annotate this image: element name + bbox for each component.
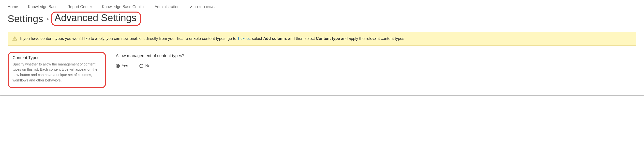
radio-yes[interactable]: Yes (116, 64, 128, 68)
notice-part-mid1: , select (250, 36, 263, 41)
nav-kb-copilot[interactable]: Knowledge Base Copilot (102, 5, 144, 9)
page-title: Advanced Settings (54, 12, 137, 23)
breadcrumb-root[interactable]: Settings (8, 13, 43, 24)
warning-icon (12, 36, 17, 41)
nav-report-center[interactable]: Report Center (68, 5, 92, 9)
radio-group: Yes No (116, 64, 184, 68)
nav-home[interactable]: Home (8, 5, 18, 9)
notice-part-pre: If you have content types you would like… (20, 36, 237, 41)
section-title: Content Types (12, 55, 101, 60)
edit-links-button[interactable]: EDIT LINKS (189, 5, 215, 9)
radio-no[interactable]: No (140, 64, 150, 68)
top-nav: Home Knowledge Base Report Center Knowle… (8, 5, 636, 9)
notice-bold-contenttype: Content type (316, 36, 340, 41)
settings-row: Content Types Specify whether to allow t… (8, 52, 636, 88)
radio-icon (116, 64, 120, 68)
svg-point-1 (14, 39, 15, 40)
section-content-types: Content Types Specify whether to allow t… (8, 52, 106, 88)
notice-bold-addcolumn: Add column (263, 36, 286, 41)
nav-administration[interactable]: Administration (155, 5, 180, 9)
radio-yes-label: Yes (122, 64, 128, 68)
question-block: Allow management of content types? Yes N… (116, 52, 184, 68)
edit-links-label: EDIT LINKS (195, 5, 215, 9)
nav-knowledge-base[interactable]: Knowledge Base (28, 5, 58, 9)
notice-part-tail: and apply the relevant content types (340, 36, 404, 41)
notice-text: If you have content types you would like… (20, 36, 404, 42)
highlight-annotation: Advanced Settings (51, 12, 141, 26)
chevron-right-icon: ▸ (47, 16, 49, 22)
breadcrumb: Settings ▸ Advanced Settings (8, 12, 636, 26)
notice-link-tickets[interactable]: Tickets (237, 36, 250, 41)
radio-no-label: No (145, 64, 150, 68)
info-notice: If you have content types you would like… (8, 32, 636, 46)
question-label: Allow management of content types? (116, 53, 184, 58)
notice-part-mid2: , and then select (286, 36, 316, 41)
pencil-icon (189, 5, 193, 9)
radio-icon (140, 64, 143, 68)
section-description: Specify whether to allow the management … (12, 62, 101, 83)
